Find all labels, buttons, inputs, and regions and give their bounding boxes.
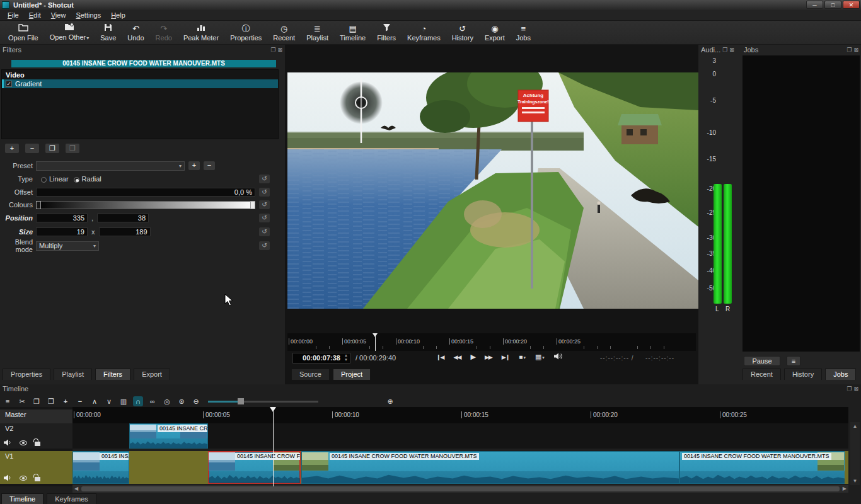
filter-enabled-checkbox[interactable]: ✓: [6, 81, 12, 87]
tab-source[interactable]: Source: [291, 369, 330, 380]
jobs-button[interactable]: ≡ Jobs: [511, 21, 536, 44]
pause-jobs-button[interactable]: Pause: [744, 356, 780, 366]
rewind-button[interactable]: ◀◀: [454, 354, 461, 360]
minimize-button[interactable]: ─: [806, 1, 823, 9]
gradient-vui-handle[interactable]: [355, 97, 367, 108]
player-playhead[interactable]: [375, 333, 376, 351]
timecode-spinner[interactable]: ▲▼: [343, 353, 349, 363]
ripple-toggle[interactable]: ◎: [162, 396, 172, 406]
history-button[interactable]: ↺ History: [446, 21, 479, 44]
recent-button[interactable]: ◷ Recent: [267, 21, 301, 44]
tab-project[interactable]: Project: [333, 369, 371, 380]
snap-toggle[interactable]: ∩: [133, 396, 143, 406]
position-y-field[interactable]: 38: [97, 214, 149, 222]
jobs-menu-button[interactable]: ≡: [787, 356, 800, 366]
playlist-button[interactable]: ≣ Playlist: [301, 21, 334, 44]
paste-filters-button[interactable]: ❒: [66, 144, 79, 153]
ripple-delete-button[interactable]: −: [75, 396, 85, 406]
menu-view[interactable]: View: [46, 11, 71, 20]
preset-dropdown[interactable]: ▾: [36, 161, 185, 171]
close-panel-icon[interactable]: ⊠: [277, 47, 282, 53]
overwrite-button[interactable]: ∨: [104, 396, 114, 406]
redo-button[interactable]: ↷ Redo: [150, 21, 178, 44]
cut-button[interactable]: ✂: [17, 396, 27, 406]
tab-filters[interactable]: Filters: [95, 369, 130, 380]
tab-export[interactable]: Export: [134, 369, 170, 380]
gradient-stop-start[interactable]: [36, 201, 41, 209]
float-panel-icon[interactable]: ❐: [847, 47, 852, 53]
timeline-clip[interactable]: 00145 INSANE CROW FOOD WATER MANOUVER.MT…: [301, 451, 679, 484]
filter-row-gradient[interactable]: ✓ Gradient: [2, 79, 278, 88]
timeline-zoom-slider[interactable]: [208, 396, 318, 406]
fast-forward-button[interactable]: ▶▶: [485, 354, 492, 360]
track-v2-lane[interactable]: 00145 INSANE CROW: [72, 423, 848, 449]
tab-keyframes[interactable]: Keyframes: [47, 493, 96, 504]
lock-icon[interactable]: [35, 442, 40, 446]
skip-next-button[interactable]: ▶❙: [502, 354, 509, 360]
type-linear-radio[interactable]: [41, 177, 47, 183]
lift-button[interactable]: ∧: [90, 396, 100, 406]
hide-icon[interactable]: [20, 476, 27, 481]
scrollbar-thumb[interactable]: [81, 486, 840, 491]
open-other-button[interactable]: Open Other▾: [44, 21, 95, 44]
float-panel-icon[interactable]: ❐: [722, 47, 727, 53]
timeline-clip-selected[interactable]: 00145 INSANE CROW FOO: [208, 451, 301, 484]
menu-file[interactable]: File: [3, 11, 24, 20]
timeline-clip[interactable]: 00145 INSANE CROW: [129, 423, 208, 449]
type-linear-label[interactable]: Linear: [49, 175, 69, 183]
tab-recent[interactable]: Recent: [743, 369, 781, 380]
reset-position-button[interactable]: ↺: [259, 214, 270, 222]
add-filter-button[interactable]: +: [5, 144, 19, 153]
scroll-up-icon[interactable]: ▲: [850, 423, 860, 429]
scroll-down-icon[interactable]: ▼: [850, 478, 860, 484]
skip-previous-button[interactable]: ❙◀: [436, 354, 444, 360]
scroll-right-icon[interactable]: ▶: [843, 486, 847, 491]
peak-meter-button[interactable]: Peak Meter: [178, 21, 224, 44]
reset-blend-button[interactable]: ↺: [259, 241, 270, 250]
maximize-button[interactable]: □: [824, 1, 841, 9]
close-panel-icon[interactable]: ⊠: [853, 47, 858, 53]
type-radial-label[interactable]: Radial: [82, 175, 101, 183]
timeline-playhead[interactable]: [273, 407, 274, 486]
undo-button[interactable]: ↶ Undo: [122, 21, 149, 44]
menu-help[interactable]: Help: [106, 11, 130, 20]
tab-properties[interactable]: Properties: [3, 369, 50, 380]
open-file-button[interactable]: Open File: [3, 21, 44, 44]
tab-jobs[interactable]: Jobs: [825, 369, 856, 380]
blend-mode-dropdown[interactable]: Multiply ▾: [36, 241, 99, 251]
paste-button[interactable]: ❒: [46, 396, 56, 406]
offset-field[interactable]: 0,0 %: [36, 188, 255, 197]
close-panel-icon[interactable]: ⊠: [729, 47, 734, 53]
track-head-v1[interactable]: V1: [0, 451, 72, 484]
split-button[interactable]: ▥: [118, 396, 129, 406]
master-track-head[interactable]: Master: [0, 410, 72, 423]
properties-button[interactable]: ⓘ Properties: [224, 21, 267, 44]
mute-icon[interactable]: [4, 474, 12, 481]
gradient-colour-slider[interactable]: [36, 201, 255, 209]
play-button[interactable]: ▶: [470, 353, 475, 361]
save-button[interactable]: Save: [95, 21, 122, 44]
reset-colours-button[interactable]: ↺: [259, 200, 270, 209]
scrub-while-dragging-toggle[interactable]: ∞: [147, 396, 158, 406]
keyframes-button[interactable]: ◔ Keyframes: [402, 21, 446, 44]
size-width-field[interactable]: 19: [36, 227, 88, 236]
copy-button[interactable]: ❐: [32, 396, 42, 406]
timeline-vertical-scrollbar[interactable]: ▲ ▼: [850, 422, 860, 485]
hide-icon[interactable]: [20, 440, 27, 445]
zoom-out-icon[interactable]: ⊖: [191, 396, 201, 406]
export-button[interactable]: ◉ Export: [479, 21, 511, 44]
copy-filters-button[interactable]: ❐: [45, 144, 59, 153]
lock-icon[interactable]: [35, 477, 40, 481]
timeline-button[interactable]: ▤ Timeline: [334, 21, 371, 44]
reset-type-button[interactable]: ↺: [259, 175, 270, 183]
append-button[interactable]: +: [61, 396, 71, 406]
filters-button[interactable]: Filters: [371, 21, 402, 44]
zoom-fit-button[interactable]: ■▾: [519, 353, 526, 360]
player-ruler[interactable]: 00:00:00 00:00:05 00:00:10 00:00:15 00:0…: [287, 333, 696, 351]
reset-offset-button[interactable]: ↺: [259, 188, 270, 197]
timeline-clip[interactable]: 00145 INSA: [72, 451, 129, 484]
timeline-ruler[interactable]: 00:00:00 00:00:05 00:00:10 00:00:15 00:0…: [72, 407, 848, 423]
video-preview[interactable]: Achtung Trainingszone!: [287, 72, 698, 309]
timeline-menu-button[interactable]: ≡: [3, 396, 13, 406]
tab-playlist[interactable]: Playlist: [54, 369, 92, 380]
